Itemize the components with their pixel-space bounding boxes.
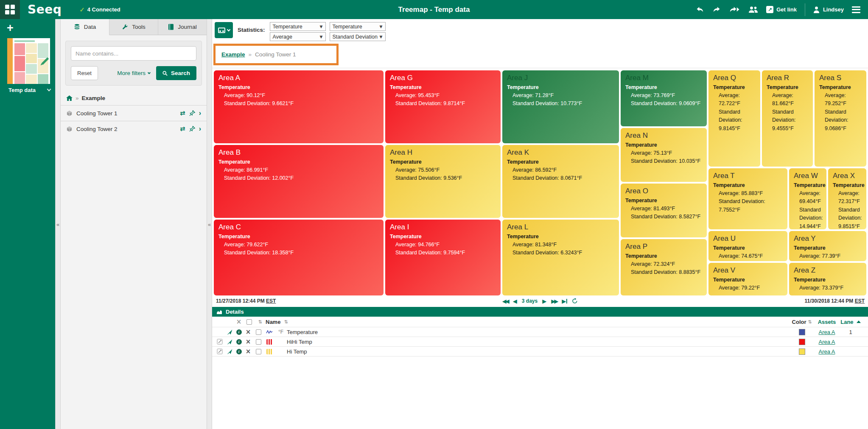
treemap-tile-area-v[interactable]: Area VTemperatureAverage: 79.22°F [708,263,787,295]
investigate-icon[interactable] [225,329,234,335]
more-filters-link[interactable]: More filters [117,70,150,76]
lane-value: 1 [841,329,860,335]
users-icon[interactable] [748,6,758,13]
color-swatch[interactable] [791,348,813,355]
treemap-tile-area-y[interactable]: Area YTemperatureAverage: 77.39°F [789,231,866,261]
remove-all-icon[interactable]: × [234,318,244,326]
treemap-tile-area-q[interactable]: Area QTemperatureAverage: 72.722°FStanda… [708,70,760,167]
treemap-tile-area-t[interactable]: Area TTemperatureAverage: 85.883°FStanda… [708,168,787,229]
select-all-checkbox[interactable] [244,319,255,325]
breadcrumb[interactable]: » Example [61,91,207,105]
swap-icon[interactable]: ⇄ [180,125,185,133]
pin-icon[interactable] [189,126,195,132]
treemap-tile-area-z[interactable]: Area ZTemperatureAverage: 73.379°F [789,263,866,295]
sort-asc-icon[interactable] [857,320,861,323]
treemap-tile-area-g[interactable]: Area GTemperatureAverage: 95.453°FStanda… [385,70,501,143]
column-assets[interactable]: Assets [813,319,841,325]
view-mode-button[interactable] [215,22,233,38]
sort-icon[interactable]: ⇅ [808,319,812,325]
step-to-end-icon[interactable]: ▶ [562,298,567,304]
treemap-tile-area-s[interactable]: Area STemperatureAverage: 79.252°FStanda… [815,70,866,167]
connection-status[interactable]: ✓ 4 Connected [79,6,120,14]
refresh-icon[interactable] [572,298,578,304]
reset-button[interactable]: Reset [71,66,98,80]
get-link-button[interactable]: ↗ Get link [766,6,797,13]
treemap-tile-area-x[interactable]: Area XTemperatureAverage: 72.317°FStanda… [828,168,866,229]
app-launcher-button[interactable] [0,0,20,19]
tab-tools[interactable]: Tools [109,19,158,35]
timezone-link[interactable]: EST [855,298,865,304]
details-header[interactable]: Details [212,307,868,317]
remove-icon[interactable]: × [244,328,253,336]
step-forward-icon[interactable]: ▶ [542,298,546,304]
range-start[interactable]: 11/27/2018 12:44 PM EST [216,298,276,304]
treemap-tile-area-b[interactable]: Area BTemperatureAverage: 86.991°FStanda… [214,145,384,218]
tile-title: Area L [507,223,614,231]
info-icon[interactable]: i [234,329,244,335]
step-back-icon[interactable]: ◀ [513,298,517,304]
treemap-tile-area-c[interactable]: Area CTemperatureAverage: 79.622°FStanda… [214,220,384,295]
treemap-tile-area-w[interactable]: Area WTemperatureAverage: 69.404°FStanda… [789,168,826,229]
edit-icon[interactable] [215,339,225,345]
range-end[interactable]: 11/30/2018 12:44 PM EST [805,298,865,304]
user-menu[interactable]: Lindsey [813,6,844,13]
treemap-tile-area-k[interactable]: Area KTemperatureAverage: 86.592°FStanda… [502,145,619,218]
timezone-link[interactable]: EST [266,298,276,304]
swap-icon[interactable]: ⇄ [180,109,185,117]
duration-label[interactable]: 3 days [522,298,538,304]
investigate-icon[interactable] [225,339,234,345]
treemap-tile-area-l[interactable]: Area LTemperatureAverage: 81.348°FStanda… [502,220,619,295]
hamburger-menu-icon[interactable] [852,5,860,14]
search-input[interactable] [71,46,196,61]
treemap-tile-area-o[interactable]: Area OTemperatureAverage: 81.493°FStanda… [621,184,707,237]
remove-icon[interactable]: × [244,348,253,355]
color-swatch[interactable] [791,339,813,345]
pin-icon[interactable] [189,110,195,116]
rail-collapse-gutter[interactable]: « [55,19,61,429]
treemap-tile-area-m[interactable]: Area MTemperatureAverage: 73.769°FStanda… [621,70,707,126]
asset-link[interactable]: Area A [813,339,841,345]
tree-item-cooling-tower-2[interactable]: Cooling Tower 2 ⇄ › [61,121,207,136]
undo-icon[interactable] [696,6,704,14]
investigate-icon[interactable] [225,349,234,354]
edit-icon[interactable] [215,348,225,354]
statistic-select-2[interactable]: Standard Deviation▼ [330,32,386,41]
sort-icon[interactable]: ⇅ [284,319,288,325]
chevron-right-icon[interactable]: › [199,125,201,133]
sort-icon[interactable]: ⇅ [255,319,266,325]
step-forward-full-icon[interactable]: ▶▶ [551,298,557,304]
tree-item-cooling-tower-1[interactable]: Cooling Tower 1 ⇄ › [61,105,207,121]
chevron-right-icon[interactable]: › [199,109,201,117]
remove-icon[interactable]: × [244,338,253,345]
treemap-tile-area-p[interactable]: Area PTemperatureAverage: 72.324°FStanda… [621,239,707,295]
signal-select-1[interactable]: Temperature▼ [270,22,326,31]
redo-icon[interactable] [712,6,721,14]
asset-link[interactable]: Area A [813,329,841,335]
breadcrumb-link[interactable]: Example [221,51,245,58]
color-swatch[interactable] [791,329,813,335]
treemap-tile-area-i[interactable]: Area ITemperatureAverage: 94.766°FStanda… [385,220,501,295]
panel-collapse-gutter[interactable]: « [207,19,212,429]
row-checkbox[interactable] [253,329,264,335]
fast-forward-icon[interactable] [729,6,740,14]
info-icon[interactable]: i [234,349,244,354]
treemap-tile-area-j[interactable]: Area JTemperatureAverage: 71.28°FStandar… [502,70,619,143]
treemap-tile-area-n[interactable]: Area NTemperatureAverage: 75.13°FStandar… [621,128,707,182]
tab-journal[interactable]: Journal [158,19,207,35]
info-icon[interactable]: i [234,339,244,345]
row-checkbox[interactable] [253,339,264,345]
treemap-tile-area-r[interactable]: Area RTemperatureAverage: 81.662°FStanda… [762,70,813,167]
add-worksheet-button[interactable]: + [0,19,19,38]
asset-link[interactable]: Area A [813,348,841,355]
tab-data[interactable]: Data [61,19,109,35]
statistic-select-1[interactable]: Average▼ [270,32,326,41]
signal-select-2[interactable]: Temperature▼ [330,22,386,31]
row-checkbox[interactable] [253,349,264,354]
step-back-full-icon[interactable]: ◀◀ [502,298,508,304]
search-button[interactable]: Search [156,66,196,80]
treemap-tile-area-h[interactable]: Area HTemperatureAverage: 75.506°FStanda… [385,145,501,218]
worksheet-thumbnail[interactable] [7,38,55,84]
treemap-tile-area-u[interactable]: Area UTemperatureAverage: 74.675°F [708,231,787,261]
worksheet-label[interactable]: Temp data [8,87,55,93]
treemap-tile-area-a[interactable]: Area ATemperatureAverage: 90.12°FStandar… [214,70,384,143]
